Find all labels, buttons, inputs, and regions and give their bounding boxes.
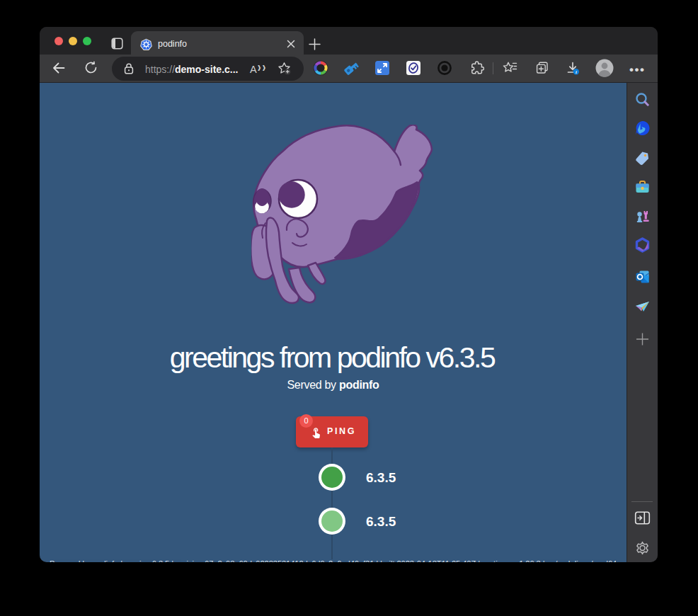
- svg-text:i: i: [576, 69, 577, 74]
